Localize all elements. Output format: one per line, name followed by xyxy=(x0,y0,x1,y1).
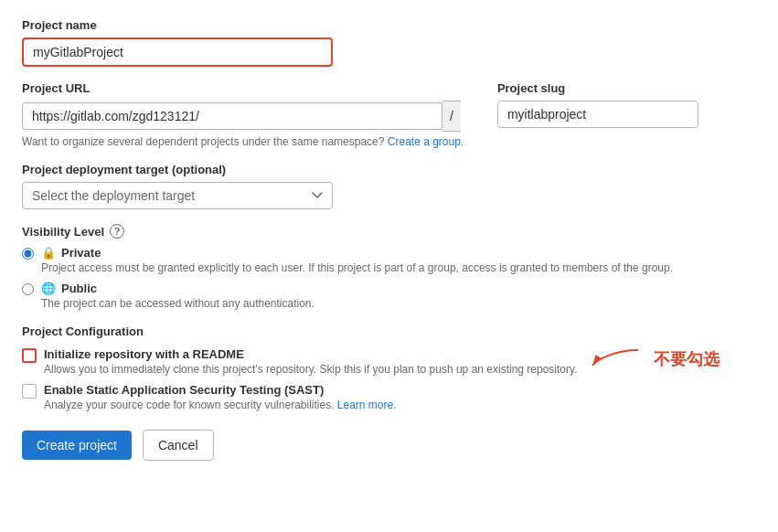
readme-label-group: Initialize repository with a README Allo… xyxy=(44,347,577,376)
sast-learn-more-link[interactable]: Learn more. xyxy=(337,399,397,411)
project-slug-label: Project slug xyxy=(497,81,698,95)
visibility-private-option: 🔒 Private Project access must be granted… xyxy=(22,246,756,274)
visibility-section: Visibility Level ? 🔒 Private Project acc… xyxy=(22,224,756,310)
cancel-button[interactable]: Cancel xyxy=(143,430,214,461)
annotation-text: 不要勾选 xyxy=(654,348,719,370)
readme-option: Initialize repository with a README Allo… xyxy=(22,347,577,376)
project-name-label: Project name xyxy=(22,18,756,32)
visibility-public-desc: The project can be accessed without any … xyxy=(41,297,314,310)
readme-label: Initialize repository with a README xyxy=(44,347,577,361)
deployment-select[interactable]: Select the deployment target xyxy=(22,182,333,209)
red-arrow-icon xyxy=(588,346,643,373)
visibility-label-text: Visibility Level xyxy=(22,225,104,239)
sast-checkbox[interactable] xyxy=(22,384,37,399)
sast-label-group: Enable Static Application Security Testi… xyxy=(44,383,397,411)
deployment-group: Project deployment target (optional) Sel… xyxy=(22,163,756,209)
config-title: Project Configuration xyxy=(22,325,756,338)
visibility-public-radio[interactable] xyxy=(22,283,34,295)
sast-option: Enable Static Application Security Testi… xyxy=(22,383,756,411)
readme-desc: Allows you to immediately clone this pro… xyxy=(44,363,577,376)
slug-section: Project slug xyxy=(497,81,698,128)
create-project-button[interactable]: Create project xyxy=(22,431,132,460)
namespace-help: Want to organize several dependent proje… xyxy=(22,135,756,148)
project-config-section: Project Configuration Initialize reposit… xyxy=(22,325,756,411)
project-name-group: Project name xyxy=(22,18,756,67)
buttons-row: Create project Cancel xyxy=(22,430,756,461)
url-slug-row: Project URL / Project slug xyxy=(22,81,756,132)
visibility-help-icon[interactable]: ? xyxy=(110,224,124,239)
project-url-label: Project URL xyxy=(22,81,461,95)
url-input-container: / xyxy=(22,101,461,132)
project-slug-input[interactable] xyxy=(497,101,698,128)
visibility-public-label-group: 🌐 Public The project can be accessed wit… xyxy=(41,282,314,310)
visibility-public-option: 🌐 Public The project can be accessed wit… xyxy=(22,282,756,310)
project-url-input[interactable] xyxy=(22,102,442,130)
visibility-title: Visibility Level ? xyxy=(22,224,756,239)
project-name-input[interactable] xyxy=(22,37,333,67)
annotation-group: 不要勾选 xyxy=(588,346,719,373)
visibility-private-label: 🔒 Private xyxy=(41,246,673,260)
namespace-help-text: Want to organize several dependent proje… xyxy=(22,135,384,148)
readme-option-row: Initialize repository with a README Allo… xyxy=(22,347,756,376)
url-separator: / xyxy=(442,101,461,132)
visibility-private-radio[interactable] xyxy=(22,248,34,260)
create-group-link[interactable]: Create a group. xyxy=(388,135,464,148)
lock-icon: 🔒 xyxy=(41,246,56,260)
visibility-private-desc: Project access must be granted explicitl… xyxy=(41,261,673,274)
globe-icon: 🌐 xyxy=(41,282,56,295)
sast-label: Enable Static Application Security Testi… xyxy=(44,383,397,397)
sast-desc: Analyze your source code for known secur… xyxy=(44,399,397,411)
visibility-private-label-group: 🔒 Private Project access must be granted… xyxy=(41,246,673,274)
deployment-label: Project deployment target (optional) xyxy=(22,163,756,176)
visibility-public-label: 🌐 Public xyxy=(41,282,314,295)
readme-checkbox[interactable] xyxy=(22,348,37,363)
url-section: Project URL / xyxy=(22,81,461,132)
